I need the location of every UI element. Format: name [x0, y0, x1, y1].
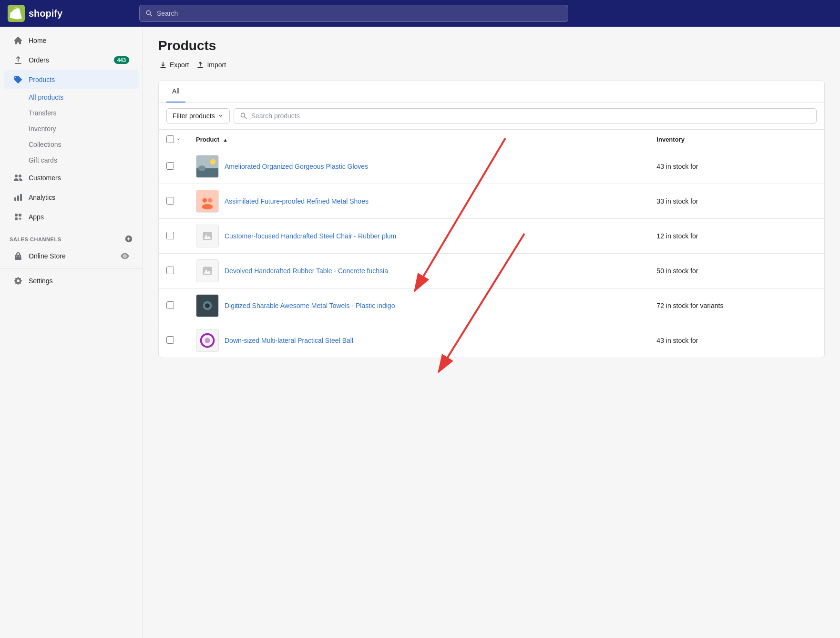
table-row: Down-sized Multi-lateral Practical Steel… — [159, 323, 824, 358]
products-tabs: All — [159, 81, 824, 103]
export-button[interactable]: Export — [158, 59, 190, 71]
add-sales-channel-button[interactable] — [124, 235, 133, 244]
table-header-product[interactable]: Product ▲ — [188, 130, 649, 149]
action-bar: Export Import — [158, 59, 825, 71]
svg-point-14 — [205, 338, 210, 343]
online-store-label: Online Store — [29, 252, 115, 260]
eye-icon — [121, 252, 129, 260]
row-4-product-link[interactable]: Digitized Sharable Awesome Metal Towels … — [225, 302, 395, 309]
plus-circle-icon — [124, 235, 133, 243]
home-icon — [13, 36, 23, 45]
sidebar-item-products-label: Products — [29, 76, 55, 83]
svg-point-7 — [208, 198, 213, 203]
logo-text: shopify — [29, 8, 62, 19]
import-button[interactable]: Import — [195, 59, 227, 71]
row-4-inventory: 72 in stock for variants — [649, 288, 824, 323]
table-header-inventory: Inventory — [649, 130, 824, 149]
select-all-chevron[interactable] — [176, 137, 181, 142]
row-1-checkbox[interactable] — [166, 197, 174, 205]
sidebar-item-settings[interactable]: Settings — [4, 271, 139, 290]
row-2-checkbox[interactable] — [166, 232, 174, 239]
row-2-product-cell: Customer-focused Handcrafted Steel Chair… — [188, 219, 649, 254]
sidebar-item-analytics-label: Analytics — [29, 194, 55, 201]
row-1-product-cell: Assimilated Future-proofed Refined Metal… — [188, 184, 649, 219]
sidebar-item-apps[interactable]: Apps — [4, 207, 139, 226]
search-products-icon — [240, 112, 247, 120]
row-0-product-cell: Ameliorated Organized Gorgeous Plastic G… — [188, 149, 649, 184]
products-table: Product ▲ Inventory Ameliorated Organize… — [159, 130, 824, 358]
row-5-inventory: 43 in stock for — [649, 323, 824, 358]
row-4-product-cell: Digitized Sharable Awesome Metal Towels … — [188, 288, 649, 323]
sidebar-item-settings-label: Settings — [29, 277, 53, 285]
svg-point-6 — [202, 198, 207, 203]
row-1-checkbox-cell — [159, 184, 188, 219]
apps-icon — [13, 212, 23, 222]
chevron-down-icon — [218, 113, 224, 119]
row-3-checkbox-cell — [159, 254, 188, 288]
subnav-gift-cards[interactable]: Gift cards — [4, 153, 139, 168]
main-content: Products Export Import All — [143, 27, 840, 638]
sidebar-item-apps-label: Apps — [29, 213, 44, 221]
export-icon — [159, 61, 167, 69]
products-card: All Filter products — [158, 80, 825, 358]
customers-icon — [13, 173, 23, 183]
search-products-field[interactable] — [234, 108, 817, 123]
row-4-checkbox[interactable] — [166, 301, 174, 309]
settings-icon — [13, 276, 23, 286]
sidebar-item-orders[interactable]: Orders 443 — [4, 51, 139, 70]
search-icon — [145, 10, 153, 17]
row-5-checkbox-cell — [159, 323, 188, 358]
table-row: Ameliorated Organized Gorgeous Plastic G… — [159, 149, 824, 184]
orders-icon — [13, 55, 23, 65]
shopify-logo-icon — [8, 5, 25, 22]
table-row: Devolved Handcrafted Rubber Table - Conc… — [159, 254, 824, 288]
row-2-inventory: 12 in stock for — [649, 219, 824, 254]
subnav-inventory[interactable]: Inventory — [4, 121, 139, 136]
row-3-inventory: 50 in stock for — [649, 254, 824, 288]
sidebar-item-home[interactable]: Home — [4, 31, 139, 50]
search-input[interactable] — [157, 10, 562, 17]
subnav-transfers[interactable]: Transfers — [4, 105, 139, 121]
svg-point-4 — [210, 159, 216, 165]
sidebar-item-products[interactable]: Products — [4, 70, 139, 89]
row-5-thumbnail — [196, 329, 219, 352]
sidebar-item-home-label: Home — [29, 37, 46, 44]
table-row: Digitized Sharable Awesome Metal Towels … — [159, 288, 824, 323]
row-3-product-link[interactable]: Devolved Handcrafted Rubber Table - Conc… — [225, 267, 388, 275]
import-icon — [196, 61, 204, 69]
sidebar-item-orders-label: Orders — [29, 56, 49, 64]
sidebar-item-analytics[interactable]: Analytics — [4, 188, 139, 207]
svg-point-11 — [205, 303, 210, 308]
row-0-product-link[interactable]: Ameliorated Organized Gorgeous Plastic G… — [225, 163, 368, 170]
row-0-checkbox[interactable] — [166, 162, 174, 170]
row-0-thumbnail — [196, 155, 219, 178]
analytics-icon — [13, 193, 23, 202]
select-all-checkbox[interactable] — [166, 135, 174, 143]
products-subnav: All products Transfers Inventory Collect… — [0, 90, 143, 168]
row-5-checkbox[interactable] — [166, 336, 174, 344]
table-row: Assimilated Future-proofed Refined Metal… — [159, 184, 824, 219]
row-3-checkbox[interactable] — [166, 267, 174, 274]
search-bar[interactable] — [139, 5, 568, 22]
table-row: Customer-focused Handcrafted Steel Chair… — [159, 219, 824, 254]
row-4-checkbox-cell — [159, 288, 188, 323]
orders-badge: 443 — [114, 56, 129, 64]
row-3-thumbnail — [196, 259, 219, 282]
products-icon — [13, 75, 23, 84]
row-1-product-link[interactable]: Assimilated Future-proofed Refined Metal… — [225, 197, 369, 205]
row-5-product-link[interactable]: Down-sized Multi-lateral Practical Steel… — [225, 337, 353, 344]
online-store-row[interactable]: Online Store — [4, 247, 139, 265]
tab-all[interactable]: All — [166, 81, 185, 103]
sidebar-item-customers[interactable]: Customers — [4, 168, 139, 187]
filter-row: Filter products — [159, 103, 824, 130]
row-2-product-link[interactable]: Customer-focused Handcrafted Steel Chair… — [225, 232, 396, 240]
row-5-product-cell: Down-sized Multi-lateral Practical Steel… — [188, 323, 649, 358]
table-header-checkbox — [159, 130, 188, 149]
svg-point-3 — [198, 165, 205, 171]
subnav-all-products[interactable]: All products — [4, 90, 139, 105]
row-2-checkbox-cell — [159, 219, 188, 254]
search-products-input[interactable] — [251, 112, 810, 120]
subnav-collections[interactable]: Collections — [4, 137, 139, 152]
filter-products-button[interactable]: Filter products — [166, 108, 230, 123]
svg-point-8 — [202, 204, 213, 210]
